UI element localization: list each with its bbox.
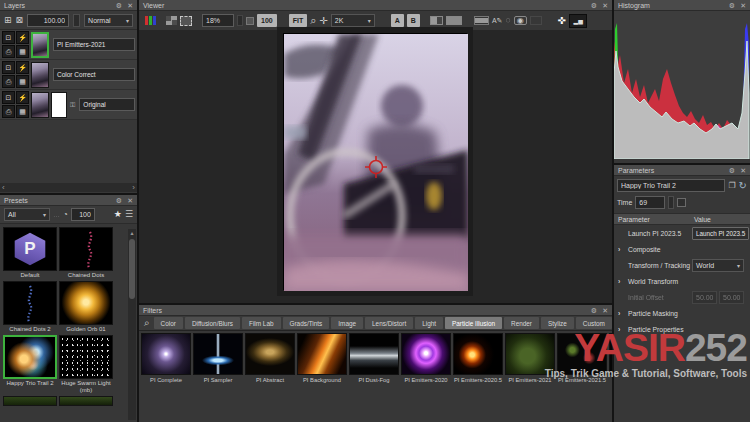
viewer-image[interactable] [283, 33, 467, 290]
time-stepper[interactable] [668, 196, 674, 209]
layer-name[interactable]: PI Emitters-2021 [53, 38, 135, 51]
resolution-select[interactable]: 2K ▾ [331, 14, 375, 27]
pan-move-icon[interactable]: ✛ [319, 16, 327, 26]
offset-y-input[interactable] [719, 291, 744, 304]
layer-thumbnail[interactable] [31, 32, 49, 58]
compare-a-button[interactable]: A [391, 14, 404, 27]
close-icon[interactable]: ✕ [740, 167, 746, 174]
tab-stylize[interactable]: Stylize [541, 317, 574, 329]
monitor-icon[interactable]: ⊡ [2, 31, 15, 44]
annotate-icon[interactable]: A✎ [492, 17, 503, 24]
viewer-canvas[interactable] [139, 31, 612, 303]
transform-icon[interactable]: ⊠ [16, 16, 24, 25]
print-icon[interactable]: ⎙ [2, 105, 15, 118]
bolt-icon[interactable]: ⚡ [16, 61, 29, 74]
zoom-100-button[interactable]: 100 [257, 14, 277, 27]
scroll-right-icon[interactable]: › [132, 183, 135, 192]
print-icon[interactable]: ⎙ [2, 75, 15, 88]
param-row-composite[interactable]: › Composite [614, 241, 750, 257]
launch-pi-button[interactable]: Launch PI 2023.5 [692, 227, 749, 240]
time-input[interactable] [635, 196, 665, 209]
monitor-icon[interactable]: ⊡ [2, 91, 15, 104]
filter-item-pi-dust-fog[interactable]: PI Dust-Fog [349, 333, 399, 383]
tab-grads-tints[interactable]: Grads/Tints [283, 317, 330, 329]
tab-film-lab[interactable]: Film Lab [242, 317, 281, 329]
zoom-lock-toggle[interactable] [246, 17, 254, 25]
refresh-icon[interactable]: ↻ [739, 181, 747, 191]
time-checkbox[interactable] [677, 198, 686, 207]
layer-thumbnail[interactable] [31, 62, 49, 88]
rgb-channels-icon[interactable] [145, 16, 156, 25]
monitor-icon[interactable]: ⊡ [2, 61, 15, 74]
preset-item-chained-dots-2[interactable]: Chained Dots 2 [3, 281, 57, 333]
tab-custom[interactable]: Custom [576, 317, 612, 329]
bolt-icon[interactable]: ⚡ [16, 91, 29, 104]
zoom-stepper[interactable] [237, 15, 243, 26]
expand-icon[interactable]: › [618, 278, 628, 285]
close-icon[interactable]: ✕ [127, 197, 133, 204]
gear-icon[interactable]: ⚙ [116, 197, 122, 204]
preset-item-huge-swarm-light[interactable]: Huge Swarm Light (mb) [59, 335, 113, 394]
preset-name-input[interactable] [617, 179, 725, 192]
preset-item-partial[interactable] [59, 396, 113, 406]
filter-item-partial[interactable]: PI [609, 333, 612, 383]
zoom-percent-input[interactable] [202, 14, 234, 27]
preset-item-happy-trio-trail[interactable]: Happy Trio Trail 2 [3, 335, 57, 394]
blend-mode-select[interactable]: Normal ▾ [84, 14, 133, 27]
menu-icon[interactable]: ☰ [125, 210, 133, 219]
filter-item-pi-background[interactable]: PI Background [297, 333, 347, 383]
presets-vertical-scrollbar[interactable]: ▴ [128, 229, 136, 420]
print-icon[interactable]: ⎙ [2, 45, 15, 58]
tab-color[interactable]: Color [154, 317, 183, 329]
filter-item-pi-emitters-2020[interactable]: PI Emitters-2020 [401, 333, 451, 383]
preset-item-partial[interactable] [3, 396, 57, 406]
filter-item-pi-sampler[interactable]: PI Sampler [193, 333, 243, 383]
layer-row-color-correct[interactable]: ⊡ ⚡ ⎙ ▦ Color Correct [0, 60, 137, 90]
close-icon[interactable]: ✕ [602, 2, 608, 9]
document-icon[interactable]: ❐ [728, 182, 735, 190]
alpha-checker-icon[interactable] [166, 16, 177, 25]
filter-item-pi-complete[interactable]: PI Complete [141, 333, 191, 383]
gear-icon[interactable]: ⚙ [591, 307, 597, 314]
filter-item-pi-emitters-2021[interactable]: PI Emitters-2021 [505, 333, 555, 383]
star-icon[interactable]: ★ [114, 210, 122, 219]
preset-category-select[interactable]: All ▾ [4, 208, 50, 221]
param-row-particle-masking[interactable]: › Particle Masking [614, 305, 750, 321]
histogram-toggle-icon[interactable]: ▂▅ [569, 14, 587, 28]
layer-opacity-input[interactable] [27, 14, 69, 27]
search-icon[interactable]: ⌕ [144, 318, 150, 328]
gear-icon[interactable]: ⚙ [591, 2, 597, 9]
offset-x-input[interactable] [692, 291, 717, 304]
letterbox-icon[interactable] [474, 16, 489, 25]
filter-item-pi-emitters-2020-5[interactable]: PI Emitters-2020.5 [453, 333, 503, 383]
opacity-stepper[interactable] [73, 14, 80, 27]
preset-item-chained-dots[interactable]: Chained Dots [59, 227, 113, 279]
fit-button[interactable]: FIT [289, 14, 308, 27]
tab-image[interactable]: Image [331, 317, 363, 329]
magnifier-icon[interactable]: ⌕ [310, 15, 316, 26]
tracking-select[interactable]: World ▾ [692, 259, 744, 272]
crosshair-tool-icon[interactable]: ✜ [558, 16, 566, 26]
tab-light[interactable]: Light [415, 317, 443, 329]
layer-row-original[interactable]: ⊡ ⚡ ⎙ ▦ ⚿ Original [0, 90, 137, 120]
close-icon[interactable]: ✕ [127, 2, 133, 9]
region-icon[interactable]: ▦ [16, 105, 29, 118]
region-icon[interactable]: ▦ [16, 75, 29, 88]
gear-icon[interactable]: ⚙ [116, 2, 122, 9]
param-row-particle-properties[interactable]: › Particle Properties [614, 321, 750, 337]
add-layer-icon[interactable]: ⊞ [4, 16, 12, 25]
expand-icon[interactable]: › [618, 246, 628, 253]
lock-icon[interactable]: ⚿ [70, 101, 75, 109]
scroll-up-icon[interactable]: ▴ [128, 229, 136, 236]
expand-icon[interactable]: › [618, 326, 628, 333]
tab-render[interactable]: Render [504, 317, 539, 329]
preset-item-golden-orb[interactable]: Golden Orb 01 [59, 281, 113, 333]
mask-thumbnail[interactable] [51, 92, 67, 118]
filter-item-pi-abstract[interactable]: PI Abstract [245, 333, 295, 383]
preset-item-default[interactable]: P Default [3, 227, 57, 279]
tab-lens-distort[interactable]: Lens/Distort [365, 317, 413, 329]
preset-size-input[interactable] [71, 208, 95, 221]
region-icon[interactable]: ▦ [16, 45, 29, 58]
scroll-left-icon[interactable]: ‹ [2, 183, 5, 192]
scrollbar-thumb[interactable] [129, 239, 135, 299]
